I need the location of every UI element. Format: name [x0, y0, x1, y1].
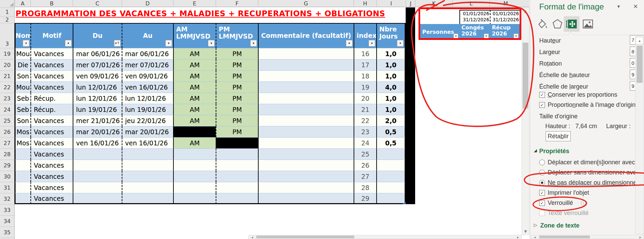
cell-A27[interactable]: Mos: [15, 137, 30, 148]
cell-I21[interactable]: 1,0: [376, 70, 406, 81]
radio-label-0[interactable]: Déplacer et dimen[s]ionner avec les cell: [548, 159, 644, 166]
cell-E23[interactable]: AM: [173, 93, 216, 104]
cell-E30[interactable]: [173, 171, 216, 182]
column-letter-J[interactable]: J: [406, 0, 415, 7]
picture-filter-recup[interactable]: ▾: [514, 33, 519, 39]
cell-D19[interactable]: mar 06/01/26: [122, 48, 173, 59]
cell-B22[interactable]: Vacances: [30, 81, 73, 93]
cell-H28[interactable]: 25: [354, 148, 376, 160]
cell-B27[interactable]: Vacances: [30, 137, 73, 148]
cell-B31[interactable]: Vacances: [30, 182, 73, 193]
sheet-horizontal-scrollbar[interactable]: ◂ ▸: [248, 235, 522, 239]
select-all-corner[interactable]: [0, 0, 15, 7]
cell-I30[interactable]: [376, 171, 406, 182]
pane-horizontal-scrollbar[interactable]: ◂ ▸: [531, 235, 644, 239]
column-letter-M[interactable]: M: [490, 0, 522, 7]
cell-F24[interactable]: PM: [216, 104, 258, 115]
row-header-28[interactable]: 28: [0, 148, 14, 160]
row-header-19[interactable]: 19: [0, 48, 14, 59]
cell-G24[interactable]: [258, 104, 354, 115]
checkbox-top-label-0[interactable]: Conserver les proportions: [548, 91, 617, 98]
pane-scroll-up-icon[interactable]: ▲: [636, 37, 644, 44]
cell-A24[interactable]: Seb: [15, 104, 30, 115]
zone-texte-collapse-icon[interactable]: ▷: [534, 222, 537, 228]
cell-C29[interactable]: [73, 160, 122, 171]
cell-C24[interactable]: lun 19/01/26: [73, 104, 122, 115]
cell-D25[interactable]: jeu 22/01/26: [122, 115, 173, 126]
picture-icon[interactable]: [581, 18, 594, 30]
cell-A29[interactable]: [15, 160, 30, 171]
cell-I22[interactable]: 4,0: [376, 81, 406, 93]
cell-I24[interactable]: 1,0: [376, 104, 406, 115]
column-letter-A[interactable]: A: [15, 0, 30, 7]
row-header-25[interactable]: 25: [0, 115, 14, 126]
cell-C20[interactable]: mer 07/01/26: [73, 59, 122, 70]
cell-C23[interactable]: lun 12/01/26: [73, 93, 122, 104]
pane-scroll-left-icon[interactable]: ◂: [532, 235, 538, 239]
cell-E20[interactable]: AM: [173, 59, 216, 70]
cell-F19[interactable]: PM: [216, 48, 258, 59]
radio-label-2[interactable]: Ne pas déplacer ou dimensionner avec: [548, 179, 644, 186]
cell-G26[interactable]: [258, 126, 354, 137]
cell-E31[interactable]: [173, 182, 216, 193]
cell-B32[interactable]: Vacances: [30, 193, 73, 204]
row-header-1[interactable]: 1: [0, 7, 14, 16]
cell-F21[interactable]: PM: [216, 70, 258, 81]
filter-button-du[interactable]: ▾↑: [114, 40, 121, 47]
cell-E29[interactable]: [173, 160, 216, 171]
cell-B30[interactable]: Vacances: [30, 171, 73, 182]
row-header-24[interactable]: 24: [0, 104, 14, 115]
cell-G22[interactable]: [258, 81, 354, 93]
cell-A23[interactable]: Seb: [15, 93, 30, 104]
pane-options-chevron-icon[interactable]: ▾: [617, 3, 620, 9]
pane-vertical-scrollbar[interactable]: ▲: [635, 37, 644, 234]
cell-G30[interactable]: [258, 171, 354, 182]
cell-D23[interactable]: lun 12/01/26: [122, 93, 173, 104]
picture-filter-conges[interactable]: ▾: [484, 33, 489, 39]
cell-A28[interactable]: [15, 148, 30, 160]
cell-C25[interactable]: mer 21/01/26: [73, 115, 122, 126]
cell-C28[interactable]: [73, 148, 122, 160]
proprietes-expand-icon[interactable]: ◢: [534, 148, 537, 153]
cell-H23[interactable]: 20: [354, 93, 376, 104]
cell-H30[interactable]: 27: [354, 171, 376, 182]
cell-H22[interactable]: 19: [354, 81, 376, 93]
filter-button-motif[interactable]: ▾: [65, 40, 72, 47]
row-header-23[interactable]: 23: [0, 93, 14, 104]
column-letter-D[interactable]: D: [122, 0, 173, 7]
cell-G32[interactable]: [258, 193, 354, 204]
cell-F22[interactable]: PM: [216, 81, 258, 93]
cell-I19[interactable]: 1,0: [376, 48, 406, 59]
column-letter-C[interactable]: C: [73, 0, 122, 7]
cell-E26[interactable]: [173, 126, 216, 137]
cell-F26[interactable]: PM: [216, 126, 258, 137]
column-letter-L[interactable]: L: [452, 0, 490, 7]
pane-scroll-right-icon[interactable]: ▸: [637, 235, 643, 239]
radio-0[interactable]: [539, 160, 545, 165]
cell-I26[interactable]: 0,5: [376, 126, 406, 137]
row-header-22[interactable]: 22: [0, 81, 14, 93]
row-header-27[interactable]: 27: [0, 137, 14, 148]
column-letter-I[interactable]: I: [376, 0, 406, 7]
cell-C31[interactable]: [73, 182, 122, 193]
cell-F20[interactable]: PM: [216, 59, 258, 70]
row-header-2[interactable]: 2: [0, 16, 14, 23]
cell-G19[interactable]: [258, 48, 354, 59]
cell-H27[interactable]: 24: [354, 137, 376, 148]
row-header-35[interactable]: 35: [0, 226, 14, 238]
scroll-down-icon[interactable]: ▼: [522, 228, 529, 235]
cell-C26[interactable]: mar 20/01/26: [73, 126, 122, 137]
cell-C22[interactable]: lun 12/01/26: [73, 81, 122, 93]
column-letter-E[interactable]: E: [173, 0, 216, 7]
cell-G20[interactable]: [258, 59, 354, 70]
cell-G28[interactable]: [258, 148, 354, 160]
row-header-32[interactable]: 32: [0, 193, 14, 204]
cell-A32[interactable]: [15, 193, 30, 204]
cell-I25[interactable]: 2,0: [376, 115, 406, 126]
cell-I23[interactable]: 1,0: [376, 93, 406, 104]
cell-H31[interactable]: 28: [354, 182, 376, 193]
column-letter-G[interactable]: G: [258, 0, 354, 7]
cell-D32[interactable]: [122, 193, 173, 204]
checkbox-bottom-label-1[interactable]: Verrouillé: [548, 199, 573, 207]
zone-texte-section-header[interactable]: Zone de texte: [540, 222, 579, 229]
